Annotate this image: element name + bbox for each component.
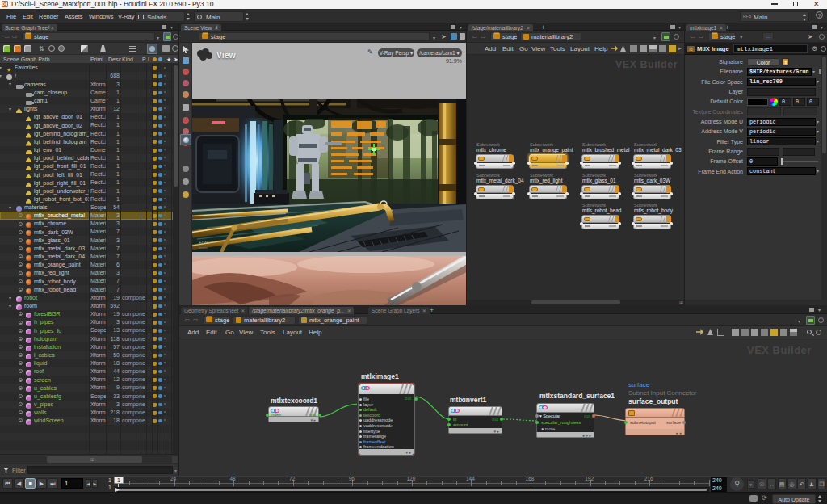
- svg-text:F!VE: F!VE: [199, 240, 209, 245]
- svg-text:studio: studio: [199, 246, 208, 250]
